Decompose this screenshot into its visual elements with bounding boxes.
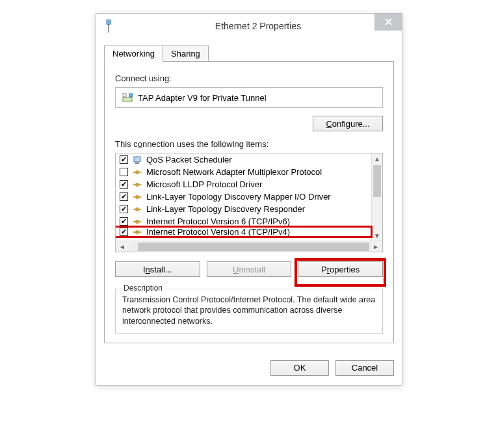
description-text: Transmission Control Protocol/Internet P…: [122, 295, 376, 326]
connect-using-label: Connect using:: [115, 73, 383, 83]
scroll-right-icon[interactable]: ►: [371, 243, 381, 250]
configure-button[interactable]: Configure...: [313, 116, 383, 131]
svg-point-8: [135, 183, 139, 187]
tab-panel: Connect using: TAP Adapter V9 for Privat…: [104, 61, 394, 343]
list-item-label: Link-Layer Topology Discovery Mapper I/O…: [146, 192, 331, 202]
protocol-list: ✔QoS Packet SchedulerMicrosoft Network A…: [115, 153, 383, 252]
protocol-icon: [132, 179, 142, 190]
list-item-label: Microsoft LLDP Protocol Driver: [146, 179, 262, 189]
svg-rect-3: [129, 94, 133, 97]
svg-point-7: [135, 170, 139, 174]
list-item-label: QoS Packet Scheduler: [146, 155, 232, 165]
checkbox[interactable]: ✔: [120, 155, 128, 164]
list-item-label: Link-Layer Topology Discovery Responder: [146, 204, 305, 214]
list-item-label: Internet Protocol Version 4 (TCP/IPv4): [146, 227, 290, 237]
list-item[interactable]: Microsoft Network Adapter Multiplexor Pr…: [116, 166, 371, 178]
window-title: Ethernet 2 Properties: [114, 21, 402, 31]
svg-point-10: [135, 207, 139, 211]
description-legend: Description: [121, 283, 165, 293]
list-item-label: Microsoft Network Adapter Multiplexor Pr…: [146, 167, 322, 177]
install-button[interactable]: Install...: [115, 261, 200, 277]
description-groupbox: Description Transmission Control Protoco…: [115, 289, 383, 334]
adapter-name: TAP Adapter V9 for Private Tunnel: [138, 93, 267, 103]
protocol-icon: [132, 192, 142, 202]
svg-point-12: [135, 230, 139, 234]
checkbox[interactable]: ✔: [120, 192, 128, 201]
checkbox[interactable]: ✔: [120, 205, 128, 213]
checkbox[interactable]: [120, 168, 128, 176]
svg-rect-4: [123, 94, 126, 97]
uninstall-button: Uninstall: [207, 261, 292, 277]
properties-button[interactable]: Properties: [298, 261, 383, 277]
protocol-icon: [132, 204, 142, 215]
checkbox[interactable]: ✔: [120, 228, 128, 236]
ok-button[interactable]: OK: [270, 360, 329, 376]
ethernet-icon: [103, 19, 114, 33]
properties-window: Ethernet 2 Properties Networking Sharing…: [96, 13, 402, 386]
tab-networking[interactable]: Networking: [104, 46, 163, 62]
titlebar: Ethernet 2 Properties: [96, 14, 402, 38]
svg-rect-2: [123, 98, 132, 101]
net-icon: [132, 155, 142, 165]
adapter-icon: [122, 92, 133, 103]
scroll-thumb-h[interactable]: [138, 243, 369, 251]
svg-rect-0: [107, 20, 111, 25]
adapter-box[interactable]: TAP Adapter V9 for Private Tunnel: [115, 87, 383, 108]
tab-sharing[interactable]: Sharing: [163, 46, 209, 62]
svg-point-9: [135, 195, 139, 199]
tab-strip: Networking Sharing: [104, 45, 394, 61]
close-icon: [385, 18, 392, 27]
scroll-thumb[interactable]: [373, 165, 381, 197]
svg-point-11: [135, 220, 139, 224]
horizontal-scrollbar[interactable]: ◄ ►: [116, 241, 382, 252]
scroll-down-icon[interactable]: ▼: [372, 230, 382, 241]
checkbox[interactable]: ✔: [120, 180, 128, 189]
list-item[interactable]: ✔Microsoft LLDP Protocol Driver: [116, 178, 371, 191]
close-button[interactable]: [374, 14, 402, 31]
items-label: This connection uses the following items…: [115, 139, 383, 149]
dialog-button-row: OK Cancel: [96, 351, 402, 385]
list-item[interactable]: ✔Link-Layer Topology Discovery Mapper I/…: [116, 191, 371, 203]
protocol-icon: [132, 227, 142, 237]
list-item[interactable]: ✔Link-Layer Topology Discovery Responder: [116, 203, 371, 215]
list-item[interactable]: ✔Internet Protocol Version 4 (TCP/IPv4): [116, 226, 373, 238]
list-item-label: Internet Protocol Version 6 (TCP/IPv6): [146, 217, 290, 226]
checkbox[interactable]: ✔: [120, 217, 128, 226]
list-item[interactable]: ✔QoS Packet Scheduler: [116, 153, 371, 166]
window-body: Networking Sharing Connect using: TAP Ad…: [96, 38, 402, 351]
svg-rect-5: [134, 157, 140, 162]
scroll-left-icon[interactable]: ◄: [117, 243, 127, 250]
vertical-scrollbar[interactable]: ▲ ▼: [371, 153, 382, 241]
cancel-button[interactable]: Cancel: [335, 360, 394, 376]
scroll-up-icon[interactable]: ▲: [372, 153, 382, 164]
svg-rect-6: [135, 163, 139, 164]
protocol-list-viewport[interactable]: ✔QoS Packet SchedulerMicrosoft Network A…: [116, 153, 382, 241]
protocol-icon: [132, 167, 142, 178]
